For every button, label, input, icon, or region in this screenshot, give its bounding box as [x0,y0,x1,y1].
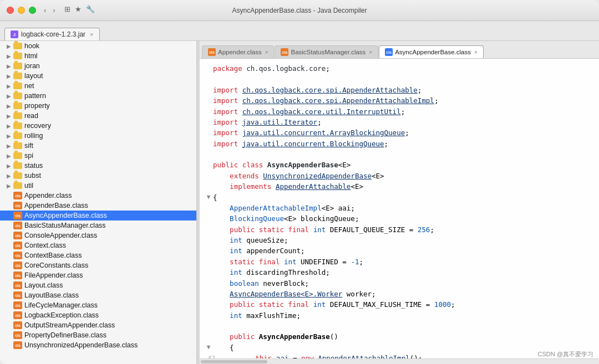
sidebar-item-fileappender-class[interactable]: ▶ cls FileAppender.class [0,270,196,280]
sidebar-item-label: PropertyDefinerBase.class [24,331,106,339]
sidebar-item-recovery[interactable]: ▶ recovery [0,121,196,131]
sidebar-item-basicstatusmanager-class[interactable]: ▶ cls BasicStatusManager.class [0,221,196,230]
editor-tab-appender[interactable]: cls Appender.class × [202,45,274,58]
sidebar-item-label: spi [24,152,33,160]
code-text: boolean neverBlock; [213,278,595,289]
arrow-icon: ▶ [4,73,13,79]
sidebar-item-asyncappenderbase-class[interactable]: ▶ cls AsyncAppenderBase.class [0,211,196,221]
code-line-import1: import ch.qos.logback.core.spi.AppenderA… [200,85,599,95]
code-text: AppenderAttachableImpl<E> aai; [213,203,595,213]
jar-icon: J [11,30,18,38]
code-text: public AsyncAppenderBase() [213,331,595,342]
sidebar-item-label: Layout.class [24,281,63,289]
sidebar-item-rolling[interactable]: ▶ rolling [0,131,196,141]
code-line-field1: AppenderAttachableImpl<E> aai; [200,203,599,213]
sidebar-item-joran[interactable]: ▶ joran [0,61,196,71]
sidebar-item-html[interactable]: ▶ html [0,51,196,61]
class-icon: cls [13,252,22,259]
sidebar-item-status[interactable]: ▶ status [0,161,196,171]
folder-icon [13,73,22,79]
code-line-field7: int discardingThreshold; [200,267,599,278]
code-content: package ch.qos.logback.core; import ch.q… [200,59,599,358]
sidebar-item-sift[interactable]: ▶ sift [0,141,196,151]
sidebar-item-contextbase-class[interactable]: ▶ cls ContextBase.class [0,250,196,260]
code-editor[interactable]: package ch.qos.logback.core; import ch.q… [200,59,599,358]
close-button[interactable] [7,7,14,14]
titlebar-nav: ‹ › ⊞ ★ 🔧 [42,5,95,16]
class-icon: cls [13,202,22,209]
sidebar-item-layout[interactable]: ▶ layout [0,71,196,81]
editor-tab-close[interactable]: × [474,49,478,55]
titlebar-buttons [7,7,36,14]
arrow-icon: ▶ [4,143,13,149]
jar-tabbar: J logback-core-1.2.3.jar × [0,21,599,41]
arrow-icon: ▶ [4,63,13,69]
toolbar-icon-1[interactable]: ⊞ [64,5,70,16]
sidebar-item-spi[interactable]: ▶ spi [0,151,196,161]
sidebar-item-outputstreamappender-class[interactable]: ▶ cls OutputStreamAppender.class [0,320,196,330]
sidebar-item-property[interactable]: ▶ property [0,101,196,111]
titlebar: ‹ › ⊞ ★ 🔧 AsyncAppenderBase.class - Java… [0,0,599,21]
arrow-icon: ▶ [4,163,13,169]
editor-tab-close[interactable]: × [265,49,268,55]
sidebar-item-label: sift [24,142,33,150]
sidebar-item-label: joran [24,62,40,70]
code-text: BlockingQueue<E> blockingQueue; [213,213,595,224]
sidebar-item-read[interactable]: ▶ read [0,111,196,121]
jar-tab-close[interactable]: × [90,31,93,38]
code-line-class: public class AsyncAppenderBase<E> [200,160,599,170]
collapse-btn[interactable]: ▼ [204,192,213,202]
code-text: int discardingThreshold; [213,267,595,278]
sidebar-item-label: layout [24,72,43,80]
code-text: import ch.qos.logback.core.spi.AppenderA… [213,85,595,95]
folder-icon [13,83,22,89]
code-line-package: package ch.qos.logback.core; [200,63,599,74]
editor-tab-close[interactable]: × [369,49,372,55]
arrow-icon: ▶ [4,93,13,99]
sidebar-item-appenderbase-class[interactable]: ▶ cls AppenderBase.class [0,201,196,211]
sidebar-item-unsynchronizedappenderbase-class[interactable]: ▶ cls UnsynchronizedAppenderBase.class [0,340,196,350]
code-line-blank [200,74,599,84]
code-text: import java.util.concurrent.ArrayBlockin… [213,127,595,138]
scrollbar-thumb[interactable] [201,360,267,363]
sidebar-item-layoutbase-class[interactable]: ▶ cls LayoutBase.class [0,290,196,300]
sidebar-item-label: LayoutBase.class [24,291,79,299]
sidebar-item-label: AppenderBase.class [24,202,88,209]
code-line-field5: int appenderCount; [200,245,599,256]
sidebar-item-logbackexception-class[interactable]: ▶ cls LogbackException.class [0,310,196,320]
sidebar-item-propertydefinerbase-class[interactable]: ▶ cls PropertyDefinerBase.class [0,330,196,340]
sidebar-item-util[interactable]: ▶ util [0,181,196,191]
toolbar-icon-2[interactable]: ★ [75,5,82,16]
sidebar-item-layout-class[interactable]: ▶ cls Layout.class [0,280,196,290]
sidebar-item-context-class[interactable]: ▶ cls Context.class [0,240,196,250]
sidebar-item-lifecyclemanager-class[interactable]: ▶ cls LifeCycleManager.class [0,300,196,310]
sidebar-item-label: property [24,102,50,110]
toolbar-icon-3[interactable]: 🔧 [86,5,95,16]
sidebar-item-consoleappender-class[interactable]: ▶ cls ConsoleAppender.class [0,230,196,240]
sidebar-item-hook[interactable]: ▶ hook [0,41,196,51]
editor-tab-basicstatusmanager[interactable]: cls BasicStatusManager.class × [275,45,378,58]
editor-tab-label: BasicStatusManager.class [291,49,366,55]
sidebar-item-label: read [24,112,38,120]
folder-icon [13,152,22,159]
collapse-btn2[interactable]: ▼ [204,342,213,352]
sidebar-item-appender-class[interactable]: ▶ cls Appender.class [0,191,196,201]
arrow-icon: ▶ [4,83,13,89]
code-line-constructor-decl: public AsyncAppenderBase() [200,331,599,342]
sidebar-item-net[interactable]: ▶ net [0,81,196,91]
sidebar-item-pattern[interactable]: ▶ pattern [0,91,196,101]
editor-tab-asyncappenderbase[interactable]: cls AsyncAppenderBase.class × [379,45,484,58]
jar-tab[interactable]: J logback-core-1.2.3.jar × [4,28,100,40]
class-icon: cls [13,242,22,249]
nav-back-button[interactable]: ‹ [42,5,48,16]
sidebar-item-label: BasicStatusManager.class [24,222,106,229]
code-line-blank3 [200,321,599,331]
nav-fwd-button[interactable]: › [50,5,57,16]
maximize-button[interactable] [29,7,36,14]
folder-icon [13,93,22,99]
sidebar-item-coreconstants-class[interactable]: ▶ cls CoreConstants.class [0,260,196,270]
sidebar-item-subst[interactable]: ▶ subst [0,171,196,181]
editor-tab-label: AsyncAppenderBase.class [395,49,471,55]
horizontal-scrollbar[interactable] [200,358,599,364]
minimize-button[interactable] [18,7,25,14]
